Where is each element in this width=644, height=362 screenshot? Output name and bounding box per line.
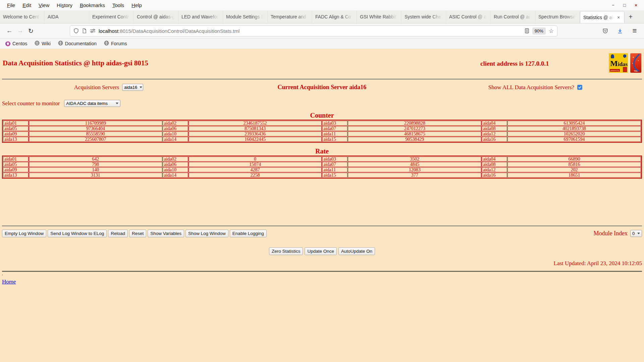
- close-window-button[interactable]: ×: [633, 3, 639, 8]
- acquisition-servers-label: Acquisition Servers: [74, 84, 119, 91]
- log-control-button[interactable]: Show Variables: [148, 230, 184, 237]
- reload-button[interactable]: ↻: [25, 25, 36, 36]
- bookmark-documentation[interactable]: Documentation: [58, 41, 97, 47]
- module-value-cell: 220898828: [348, 121, 481, 126]
- show-all-checkbox-checked[interactable]: [577, 85, 582, 90]
- browser-tab[interactable]: Temperature and ×: [268, 10, 312, 23]
- download-icon[interactable]: [614, 25, 625, 36]
- menu-item[interactable]: Tools: [109, 2, 128, 8]
- module-name-cell: aida07: [322, 162, 347, 167]
- home-link[interactable]: Home: [2, 279, 16, 285]
- module-name-cell: aida15: [322, 173, 347, 178]
- browser-tab[interactable]: Control @ aidas-g ×: [134, 10, 178, 23]
- bookmark-forums[interactable]: Forums: [104, 41, 127, 47]
- table-row: aida01116709989aida022346187552aida03220…: [3, 121, 641, 126]
- module-value-cell: 66890: [507, 157, 641, 162]
- divider: [2, 79, 642, 79]
- bookmark-centos[interactable]: Centos: [5, 41, 27, 46]
- url-bar[interactable]: localhost:8015/DataAcquisitionControl/Da…: [70, 25, 557, 37]
- menu-item[interactable]: History: [53, 2, 76, 8]
- menu-item[interactable]: Edit: [19, 2, 35, 8]
- browser-tab[interactable]: Welcome to Cent ×: [0, 10, 45, 23]
- browser-tab[interactable]: Module Settings S ×: [223, 10, 268, 23]
- chevron-down-icon: [637, 233, 640, 234]
- shield-icon[interactable]: [73, 28, 79, 34]
- last-updated-text: Last Updated: April 23, 2024 10:12:05: [2, 260, 642, 267]
- browser-tab[interactable]: Run Control @ ai ×: [491, 10, 535, 23]
- table-row: aida01642aida020aida033502aida0466890: [3, 157, 641, 162]
- menu-item[interactable]: View: [35, 2, 53, 8]
- module-name-cell: aida13: [3, 137, 29, 142]
- table-row: aida05798aida0615074aida074845aida088581…: [3, 162, 641, 167]
- stats-control-button[interactable]: Update Once: [305, 247, 337, 255]
- zoom-level-badge[interactable]: 90%: [532, 27, 546, 35]
- tcl-powered-logo: TCL: [630, 53, 641, 73]
- midas-powered-text: powered by: [610, 69, 620, 72]
- rate-heading: Rate: [2, 147, 642, 155]
- module-value-cell: 2346187552: [189, 121, 322, 126]
- maximize-button[interactable]: □: [622, 3, 627, 8]
- browser-tab[interactable]: ASIC Control @ a ×: [446, 10, 491, 23]
- module-value-cell: 0: [189, 157, 322, 162]
- module-name-cell: aida10: [163, 131, 188, 136]
- hamburger-menu-icon[interactable]: ≡: [629, 25, 640, 36]
- module-value-cell: 468158675: [348, 131, 481, 136]
- forward-button[interactable]: →: [15, 25, 25, 36]
- tab-bar: Welcome to Cent × AIDA × Experiment Cont…: [0, 10, 644, 23]
- module-name-cell: aida11: [322, 131, 347, 136]
- pocket-icon[interactable]: [600, 25, 610, 36]
- menu-item[interactable]: Bookmarks: [76, 2, 109, 8]
- module-name-cell: aida12: [482, 131, 507, 136]
- reader-view-icon[interactable]: [525, 28, 529, 34]
- new-tab-button[interactable]: +: [625, 10, 637, 23]
- acquisition-server-select[interactable]: aida16: [122, 84, 143, 91]
- tab-label: Spectrum Browse: [538, 14, 577, 19]
- browser-tab[interactable]: GSI White Rabbit ×: [357, 10, 401, 23]
- module-name-cell: aida07: [322, 126, 347, 131]
- bookmark-star-icon[interactable]: ☆: [549, 27, 554, 35]
- module-value-cell: 97366404: [29, 126, 162, 131]
- table-row: aida13225607807aida14160422445aida159053…: [3, 137, 641, 142]
- page-info-icon[interactable]: [82, 28, 87, 34]
- log-control-button[interactable]: Show Log Window: [185, 230, 228, 237]
- back-button[interactable]: ←: [4, 25, 15, 36]
- module-name-cell: aida16: [482, 173, 507, 178]
- module-index-select[interactable]: 0: [630, 230, 642, 237]
- browser-tab[interactable]: Statistics @ aid ×: [580, 11, 625, 23]
- log-control-button[interactable]: Reload: [108, 230, 128, 237]
- module-name-cell: aida06: [163, 126, 188, 131]
- counter-select[interactable]: AIDA ADC data items: [64, 100, 120, 107]
- table-row: aida133131aida142258aida15377aida1618651: [3, 173, 641, 178]
- log-control-button[interactable]: Empty Log Window: [2, 230, 46, 237]
- url-text[interactable]: localhost:8015/DataAcquisitionControl/Da…: [99, 28, 522, 34]
- browser-tab[interactable]: AIDA ×: [45, 10, 89, 23]
- show-all-cell: Show ALL Data Acquisition Servers?: [429, 84, 642, 91]
- stats-control-button[interactable]: Zero Statistics: [269, 247, 303, 255]
- module-value-cell: 15074: [189, 162, 322, 167]
- menu-item[interactable]: File: [3, 2, 19, 8]
- module-value-cell: 3131: [29, 173, 162, 178]
- page-viewport: Data Acquisition Statistics @ http aidas…: [0, 49, 644, 362]
- stats-control-button[interactable]: AutoUpdate On: [338, 247, 375, 255]
- tcl-logo-text: TCL: [630, 70, 641, 72]
- log-control-button[interactable]: Enable Logging: [230, 230, 267, 237]
- show-all-label: Show ALL Data Acquisition Servers?: [488, 84, 574, 91]
- log-control-button[interactable]: Reset: [129, 230, 146, 237]
- browser-tab[interactable]: Spectrum Browse ×: [535, 10, 580, 23]
- browser-tab[interactable]: System wide Che ×: [401, 10, 446, 23]
- log-control-button[interactable]: Send Log Window to ELog: [48, 230, 107, 237]
- module-value-cell: 102652020: [507, 131, 641, 136]
- divider: [2, 226, 642, 226]
- selected-server: aida16: [124, 85, 137, 90]
- browser-tab[interactable]: LED and Wavefor ×: [178, 10, 223, 23]
- close-tab-icon[interactable]: ×: [616, 15, 621, 20]
- bookmark-wiki[interactable]: Wiki: [35, 41, 50, 47]
- module-name-cell: aida05: [3, 162, 29, 167]
- log-controls-row: Empty Log WindowSend Log Window to ELogR…: [2, 230, 642, 237]
- browser-tab[interactable]: Experiment Contr ×: [89, 10, 134, 23]
- chevron-down-icon: [116, 103, 118, 104]
- menu-item[interactable]: Help: [128, 2, 146, 8]
- permissions-icon[interactable]: [90, 28, 96, 33]
- minimize-button[interactable]: −: [610, 3, 616, 8]
- browser-tab[interactable]: FADC Align & Co ×: [312, 10, 357, 23]
